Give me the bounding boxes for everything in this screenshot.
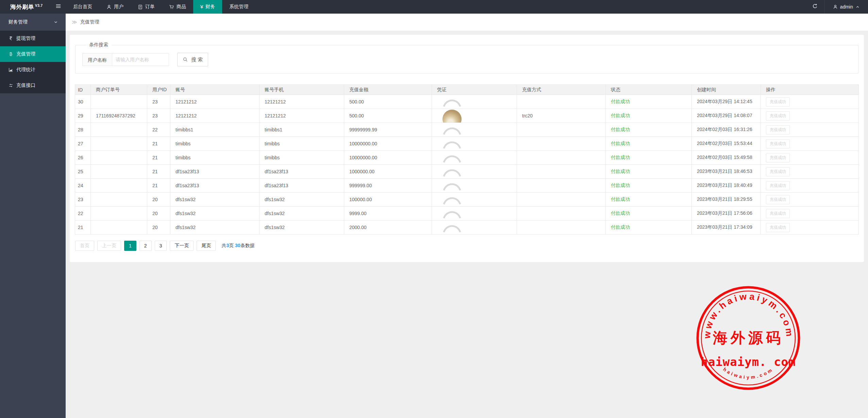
sidebar-item-withdraw-manage[interactable]: 提现管理 xyxy=(0,31,66,46)
app-logo: 海外刷单V3.7 xyxy=(0,0,50,14)
nav-item-users[interactable]: 用户 xyxy=(99,0,131,14)
action-cell: 充值成功 xyxy=(761,151,859,165)
table-cell: 23 xyxy=(75,193,91,207)
voucher-cell xyxy=(432,151,517,165)
table-row: 2421df1sa23f13df1sa23f13999999.00付款成功202… xyxy=(75,179,859,193)
refresh-button[interactable] xyxy=(805,0,824,14)
status-cell: 付款成功 xyxy=(606,179,692,193)
table-cell: 22 xyxy=(75,207,91,221)
voucher-image[interactable] xyxy=(443,124,462,136)
voucher-photo xyxy=(443,110,462,123)
voucher-image[interactable] xyxy=(443,221,462,234)
column-header: 创建时间 xyxy=(692,85,761,95)
sidebar-section-finance[interactable]: 财务管理 xyxy=(0,14,66,31)
table-row: 2621timibbstimibbs10000000.00付款成功2024年02… xyxy=(75,151,859,165)
page-number-1[interactable]: 1 xyxy=(124,241,136,251)
sidebar-item-label: 代理统计 xyxy=(16,67,35,73)
recharge-success-button[interactable]: 充值成功 xyxy=(766,223,790,232)
table-cell: 29 xyxy=(75,109,91,123)
voucher-image[interactable] xyxy=(443,165,462,178)
table-cell: df1sa23f13 xyxy=(170,165,260,179)
user-menu[interactable]: admin xyxy=(825,0,868,14)
status-badge: 付款成功 xyxy=(611,210,630,216)
recharge-success-button[interactable]: 充值成功 xyxy=(766,153,790,162)
nav-item-home[interactable]: 后台首页 xyxy=(66,0,99,14)
page-first-button: 首页 xyxy=(75,241,94,251)
created-cell: 2024年03月29日 14:08:07 xyxy=(692,109,761,123)
table-cell: 12121212 xyxy=(170,95,260,109)
nav-item-label: 商品 xyxy=(177,4,186,10)
nav-item-label: 系统管理 xyxy=(229,4,248,10)
voucher-image[interactable] xyxy=(443,138,462,150)
method-cell xyxy=(517,193,606,207)
recharge-success-button[interactable]: 充值成功 xyxy=(766,97,790,107)
top-navbar: 海外刷单V3.7 后台首页用户订单商品¥财务系统管理 admin xyxy=(0,0,868,14)
voucher-image[interactable] xyxy=(443,207,462,220)
table-cell: timibbs xyxy=(170,151,260,165)
table-cell xyxy=(91,193,147,207)
table-cell: 20 xyxy=(147,207,170,221)
table-cell: timibbs xyxy=(260,137,344,151)
nav-item-goods[interactable]: 商品 xyxy=(162,0,193,14)
recharge-table: ID商户订单号用户ID账号账号手机充值金额凭证充值方式状态创建时间操作 3023… xyxy=(75,84,859,235)
table-cell xyxy=(91,165,147,179)
recharge-success-button[interactable]: 充值成功 xyxy=(766,209,790,218)
recharge-success-button[interactable]: 充值成功 xyxy=(766,125,790,134)
nav-item-finance[interactable]: ¥财务 xyxy=(193,0,222,14)
voucher-image[interactable] xyxy=(443,193,462,206)
table-cell: 12121212 xyxy=(170,109,260,123)
page-number-2[interactable]: 2 xyxy=(139,241,152,251)
page-number-3[interactable]: 3 xyxy=(155,241,167,251)
nav-item-system[interactable]: 系统管理 xyxy=(222,0,255,14)
table-cell: df1sa23f13 xyxy=(260,165,344,179)
table-cell: 23 xyxy=(147,95,170,109)
summary-total-records: 30 xyxy=(235,243,240,248)
column-header: 账号手机 xyxy=(260,85,344,95)
voucher-cell xyxy=(432,221,517,235)
voucher-arc xyxy=(443,159,462,164)
created-cell: 2023年03月21日 17:56:06 xyxy=(692,207,761,221)
cart-icon xyxy=(169,4,174,10)
page-last-button[interactable]: 尾页 xyxy=(197,241,216,251)
recharge-success-button[interactable]: 充值成功 xyxy=(766,195,790,204)
voucher-image[interactable] xyxy=(443,96,462,109)
table-cell: df1sa23f13 xyxy=(260,179,344,193)
sidebar-item-recharge-api[interactable]: 充值接口 xyxy=(0,78,66,93)
voucher-image[interactable] xyxy=(443,179,462,192)
navbar-right: admin xyxy=(805,0,868,14)
table-cell: timibbs1 xyxy=(170,123,260,137)
status-badge: 付款成功 xyxy=(611,141,630,146)
recharge-success-button[interactable]: 充值成功 xyxy=(766,139,790,148)
search-button[interactable]: 搜 索 xyxy=(177,53,208,66)
voucher-arc xyxy=(443,173,462,178)
voucher-cell xyxy=(432,109,517,123)
search-field-label: 用户名称 xyxy=(82,53,112,66)
sidebar: 财务管理 提现管理充值管理代理统计充值接口 xyxy=(0,14,66,418)
table-row: 29171169248737292231212121212121212500.0… xyxy=(75,109,859,123)
rupee-icon xyxy=(9,36,13,41)
sidebar-item-recharge-manage[interactable]: 充值管理 xyxy=(0,46,66,62)
username-input[interactable] xyxy=(112,53,169,66)
voucher-image[interactable] xyxy=(443,151,462,164)
status-badge: 付款成功 xyxy=(611,224,630,230)
sidebar-toggle-button[interactable] xyxy=(50,0,66,14)
column-header: 凭证 xyxy=(432,85,517,95)
voucher-image[interactable] xyxy=(443,110,462,123)
table-cell: 10000000.00 xyxy=(344,151,432,165)
created-cell: 2024年02月03日 15:53:44 xyxy=(692,137,761,151)
nav-item-label: 后台首页 xyxy=(73,4,92,10)
sidebar-item-label: 提现管理 xyxy=(16,35,35,42)
nav-item-orders[interactable]: 订单 xyxy=(131,0,162,14)
table-cell: timibbs xyxy=(260,151,344,165)
sidebar-item-agent-stats[interactable]: 代理统计 xyxy=(0,62,66,78)
recharge-success-button[interactable]: 充值成功 xyxy=(766,167,790,176)
recharge-success-button[interactable]: 充值成功 xyxy=(766,111,790,120)
page-next-button[interactable]: 下一页 xyxy=(170,241,194,251)
table-cell: dfs1sw32 xyxy=(260,207,344,221)
table-cell: df1sa23f13 xyxy=(170,179,260,193)
recharge-success-button[interactable]: 充值成功 xyxy=(766,181,790,190)
app-title: 海外刷单 xyxy=(10,3,34,11)
status-cell: 付款成功 xyxy=(606,95,692,109)
table-row: 2220dfs1sw32dfs1sw329999.00付款成功2023年03月2… xyxy=(75,207,859,221)
voucher-arc xyxy=(443,145,462,150)
